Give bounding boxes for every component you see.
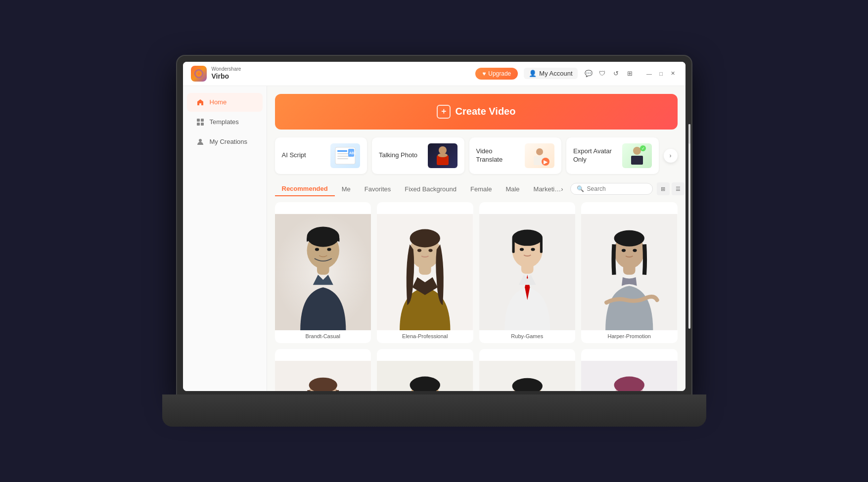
avatar-card-8[interactable] [581, 349, 678, 391]
laptop-container: Wondershare Virbo ♥ Upgrade 👤 My Account… [162, 56, 706, 427]
avatar-image-ruby [479, 202, 576, 330]
avatar-image-elena [377, 202, 473, 330]
feature-card-video-translate[interactable]: Video Translate ▶ [469, 137, 562, 174]
avatar-label-ruby: Ruby-Games [479, 330, 576, 343]
my-account-button[interactable]: 👤 My Account [524, 68, 577, 79]
svg-point-0 [194, 69, 203, 78]
avatar-image-6 [377, 349, 473, 391]
avatar-image-harper [581, 202, 678, 330]
app-name: Wondershare Virbo [212, 66, 241, 81]
title-bar-left: Wondershare Virbo [191, 66, 241, 82]
creations-icon [196, 137, 205, 146]
sidebar-item-my-creations[interactable]: My Creations [187, 132, 263, 151]
svg-rect-7 [337, 150, 347, 152]
svg-rect-3 [197, 123, 200, 126]
avatar-card-5[interactable] [275, 349, 371, 391]
tab-marketing[interactable]: Marketi… › [527, 182, 570, 196]
svg-point-49 [633, 249, 637, 252]
next-arrow-button[interactable]: › [664, 149, 678, 163]
svg-point-35 [428, 249, 432, 252]
tab-recommended[interactable]: Recommended [275, 182, 335, 196]
avatar-card-7[interactable] [479, 349, 576, 391]
upgrade-label: Upgrade [488, 70, 511, 77]
more-chevron-icon: › [561, 185, 563, 193]
avatar-image-7 [479, 349, 576, 391]
title-bar-right: ♥ Upgrade 👤 My Account 💬 🛡 ↺ ⊞ — [475, 68, 677, 80]
ai-script-label: AI Script [282, 151, 306, 160]
person-icon: 👤 [529, 70, 537, 77]
maximize-button[interactable]: □ [657, 69, 666, 78]
home-icon [196, 98, 205, 107]
avatar-image-5 [275, 349, 371, 391]
svg-rect-21 [631, 156, 643, 165]
feature-card-talking-photo[interactable]: Talking Photo [372, 137, 464, 174]
feature-card-export-avatar[interactable]: Export Avatar Only ✓ [566, 137, 659, 174]
svg-point-28 [315, 248, 319, 251]
avatar-label-elena: Elena-Professional [377, 330, 473, 343]
svg-text:ABC: ABC [349, 151, 356, 155]
brand-name: Virbo [212, 72, 241, 81]
svg-point-29 [327, 248, 331, 251]
upgrade-icon: ♥ [482, 70, 486, 77]
avatar-card-ruby[interactable]: Ruby-Games [479, 202, 576, 343]
grid-view-icon[interactable]: ⊞ [657, 182, 670, 195]
templates-icon [196, 118, 205, 127]
close-button[interactable]: ✕ [669, 69, 678, 78]
video-translate-label: Video Translate [476, 147, 503, 164]
window-controls: — □ ✕ [645, 69, 678, 78]
avatar-card-elena[interactable]: Elena-Professional [377, 202, 473, 343]
shield-icon[interactable]: 🛡 [597, 69, 607, 79]
search-input[interactable] [587, 185, 646, 192]
tab-male[interactable]: Male [499, 182, 526, 196]
svg-point-33 [410, 229, 440, 247]
feature-card-ai-script[interactable]: AI Script [275, 137, 367, 174]
sidebar-item-home[interactable]: Home [187, 93, 263, 112]
svg-text:▶: ▶ [544, 159, 548, 165]
svg-point-48 [622, 249, 626, 252]
svg-point-47 [614, 230, 644, 246]
avatar-label-harper: Harper-Promotion [581, 330, 678, 343]
grid-icon[interactable]: ⊞ [625, 69, 635, 79]
create-video-label: Create Video [456, 106, 516, 117]
tab-me[interactable]: Me [335, 182, 358, 196]
marketing-label: Marketi… [534, 185, 561, 193]
avatar-card-brandt[interactable]: Brandt-Casual [275, 202, 371, 343]
sidebar: Home Templates [183, 86, 267, 391]
video-translate-thumb: ▶ [525, 143, 554, 168]
svg-rect-40 [512, 237, 514, 253]
avatar-image-brandt [275, 202, 371, 330]
tab-favorites[interactable]: Favorites [358, 182, 398, 196]
avatar-card-harper[interactable]: Harper-Promotion [581, 202, 678, 343]
avatar-card-6[interactable] [377, 349, 473, 391]
sidebar-home-label: Home [210, 98, 227, 106]
sidebar-item-templates[interactable]: Templates [187, 113, 263, 131]
search-icon: 🔍 [577, 185, 584, 192]
brand-top: Wondershare [212, 66, 241, 72]
list-view-icon[interactable]: ☰ [672, 182, 685, 195]
avatar-grid: Brandt-Casual [275, 202, 678, 391]
ai-script-thumb: ABC [330, 143, 360, 168]
tab-fixed-background[interactable]: Fixed Background [398, 182, 463, 196]
svg-point-13 [439, 146, 447, 154]
my-account-label: My Account [539, 70, 572, 77]
feature-cards: AI Script [275, 137, 678, 174]
tab-female[interactable]: Female [463, 182, 499, 196]
svg-point-20 [633, 147, 641, 155]
svg-rect-10 [337, 158, 348, 159]
create-video-text: ＋ Create Video [437, 105, 516, 119]
svg-rect-1 [197, 119, 200, 122]
svg-rect-2 [201, 119, 204, 122]
sidebar-templates-label: Templates [210, 118, 239, 126]
screen-inner: Wondershare Virbo ♥ Upgrade 👤 My Account… [183, 62, 685, 391]
create-video-banner[interactable]: ＋ Create Video [275, 94, 678, 130]
svg-point-42 [519, 248, 523, 251]
minimize-button[interactable]: — [645, 69, 654, 78]
avatar-label-brandt: Brandt-Casual [275, 330, 371, 343]
chat-icon[interactable]: 💬 [584, 69, 594, 79]
app-logo [191, 66, 207, 82]
svg-point-5 [199, 139, 202, 142]
svg-text:✓: ✓ [641, 146, 645, 151]
laptop-screen: Wondershare Virbo ♥ Upgrade 👤 My Account… [177, 56, 691, 397]
refresh-icon[interactable]: ↺ [611, 69, 621, 79]
upgrade-button[interactable]: ♥ Upgrade [475, 68, 518, 80]
